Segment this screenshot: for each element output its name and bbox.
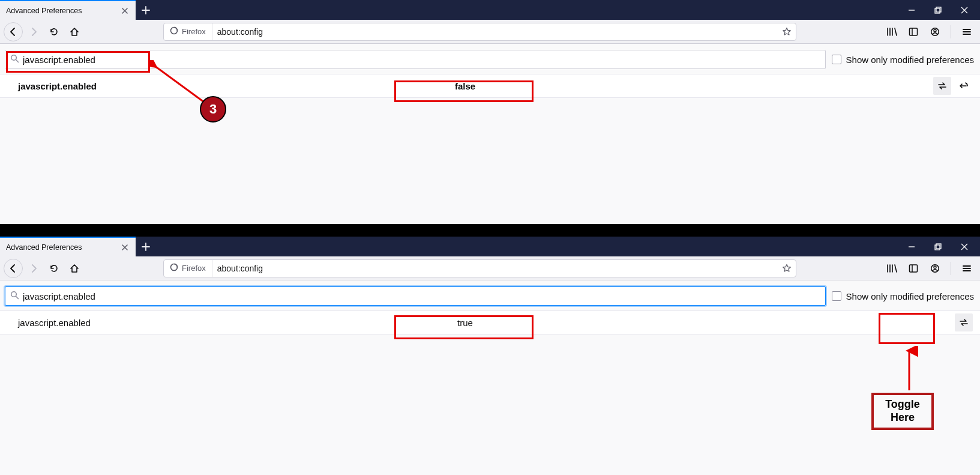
search-row: Show only modified preferences — [0, 44, 980, 74]
search-icon — [10, 291, 19, 301]
identity-label: Firefox — [182, 264, 206, 273]
pref-row-actions — [955, 313, 973, 331]
app-menu-icon[interactable] — [957, 259, 976, 278]
account-icon[interactable] — [925, 259, 945, 278]
only-modified-checkbox[interactable]: Show only modified preferences — [832, 55, 975, 65]
back-button[interactable] — [4, 22, 23, 41]
reload-button[interactable] — [44, 259, 64, 278]
nav-toolbar: Firefox — [0, 20, 980, 44]
tab-advanced-preferences[interactable]: Advanced Preferences — [0, 237, 136, 256]
browser-window-1: Advanced Preferences Firefox — [0, 0, 980, 223]
pref-name: javascript.enabled — [18, 81, 366, 91]
url-input[interactable] — [212, 27, 778, 37]
toggle-button[interactable] — [955, 313, 973, 331]
pref-row-javascript-enabled[interactable]: javascript.enabled false — [0, 74, 980, 98]
firefox-icon — [170, 263, 178, 273]
pref-search-box[interactable] — [5, 50, 826, 69]
minimize-button[interactable] — [904, 240, 919, 254]
new-tab-button[interactable] — [136, 237, 155, 256]
reset-button[interactable] — [955, 77, 973, 95]
pref-value: true — [457, 318, 473, 328]
close-tab-icon[interactable] — [120, 243, 130, 252]
bookmark-star-icon[interactable] — [778, 23, 796, 41]
pref-value-cell: false — [393, 81, 537, 91]
pref-value-cell: true — [393, 318, 537, 328]
account-icon[interactable] — [925, 22, 945, 41]
checkbox-icon[interactable] — [832, 291, 841, 301]
nav-right-controls — [882, 259, 976, 278]
close-tab-icon[interactable] — [120, 6, 130, 16]
window-controls — [896, 0, 980, 20]
identity-box[interactable]: Firefox — [164, 260, 212, 277]
tab-strip: Advanced Preferences — [0, 0, 980, 20]
home-button[interactable] — [65, 259, 84, 278]
pref-value: false — [455, 81, 475, 91]
sidebar-icon[interactable] — [904, 259, 923, 278]
svg-point-6 — [934, 29, 936, 32]
sidebar-icon[interactable] — [904, 22, 923, 41]
toolbar-separator — [951, 262, 951, 275]
screenshot-divider — [0, 223, 980, 237]
window-controls — [896, 237, 980, 256]
library-icon[interactable] — [882, 259, 901, 278]
checkbox-icon[interactable] — [832, 55, 841, 64]
toolbar-separator — [951, 25, 951, 38]
url-input[interactable] — [212, 264, 778, 273]
app-menu-icon[interactable] — [957, 22, 976, 41]
pref-name: javascript.enabled — [18, 318, 366, 328]
new-tab-button[interactable] — [136, 0, 155, 20]
maximize-button[interactable] — [931, 240, 945, 254]
svg-rect-0 — [935, 8, 940, 13]
home-button[interactable] — [65, 22, 84, 41]
tab-title: Advanced Preferences — [6, 7, 116, 15]
svg-rect-1 — [936, 7, 941, 12]
bookmark-star-icon[interactable] — [778, 259, 796, 277]
svg-rect-10 — [935, 245, 940, 250]
browser-window-2: Advanced Preferences Firefox — [0, 237, 980, 475]
only-modified-label: Show only modified preferences — [846, 291, 974, 301]
pref-search-box[interactable] — [5, 286, 826, 306]
library-icon[interactable] — [882, 22, 901, 41]
tab-strip: Advanced Preferences — [0, 237, 980, 256]
search-row: Show only modified preferences — [0, 280, 980, 310]
svg-rect-3 — [910, 28, 918, 35]
tab-advanced-preferences[interactable]: Advanced Preferences — [0, 0, 136, 20]
svg-point-16 — [934, 266, 936, 268]
svg-rect-11 — [936, 244, 941, 249]
only-modified-label: Show only modified preferences — [846, 55, 974, 65]
minimize-button[interactable] — [904, 3, 919, 17]
reload-button[interactable] — [44, 22, 64, 41]
url-bar[interactable]: Firefox — [163, 259, 796, 277]
about-config-content: Show only modified preferences javascrip… — [0, 280, 980, 475]
svg-rect-13 — [910, 265, 918, 272]
nav-toolbar: Firefox — [0, 256, 980, 280]
only-modified-checkbox[interactable]: Show only modified preferences — [832, 291, 975, 301]
svg-line-18 — [16, 297, 19, 299]
pref-search-input[interactable] — [23, 291, 820, 301]
forward-button[interactable] — [24, 259, 43, 278]
identity-box[interactable]: Firefox — [164, 23, 212, 40]
pref-row-javascript-enabled[interactable]: javascript.enabled true — [0, 310, 980, 334]
maximize-button[interactable] — [931, 3, 945, 17]
search-icon — [10, 54, 19, 65]
about-config-content: Show only modified preferences javascrip… — [0, 44, 980, 224]
tab-title: Advanced Preferences — [6, 243, 116, 252]
nav-right-controls — [882, 22, 976, 41]
identity-label: Firefox — [182, 27, 206, 36]
svg-line-8 — [16, 60, 19, 62]
forward-button[interactable] — [24, 22, 43, 41]
pref-row-actions — [933, 77, 973, 95]
close-window-button[interactable] — [957, 240, 972, 254]
back-button[interactable] — [4, 259, 23, 278]
close-window-button[interactable] — [957, 3, 972, 17]
pref-search-input[interactable] — [23, 55, 820, 65]
url-bar[interactable]: Firefox — [163, 23, 796, 41]
firefox-icon — [170, 26, 178, 37]
toggle-button[interactable] — [933, 77, 951, 95]
